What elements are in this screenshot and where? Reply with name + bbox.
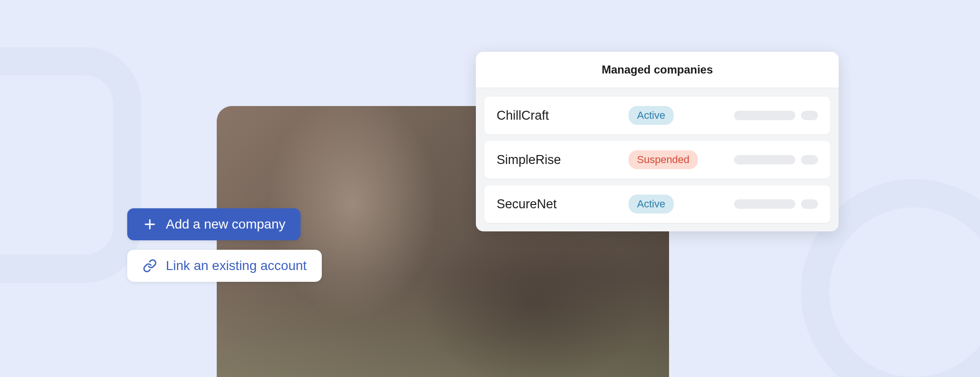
add-company-label: Add a new company (166, 217, 286, 232)
background-decoration-left (0, 47, 141, 283)
companies-list: ChillCraft Active SimpleRise Suspended S… (476, 88, 839, 231)
managed-companies-panel: Managed companies ChillCraft Active Simp… (476, 52, 839, 231)
plus-icon (142, 217, 157, 232)
add-company-button[interactable]: Add a new company (127, 208, 301, 240)
company-row[interactable]: SecureNet Active (484, 185, 830, 223)
link-account-button[interactable]: Link an existing account (127, 250, 322, 282)
row-actions-placeholder (734, 199, 818, 209)
link-icon (142, 258, 157, 273)
placeholder-dot (801, 155, 818, 164)
link-account-label: Link an existing account (166, 258, 307, 273)
status-badge: Active (629, 106, 674, 125)
placeholder-dot (801, 199, 818, 209)
row-actions-placeholder (734, 155, 818, 164)
panel-title: Managed companies (476, 52, 839, 88)
company-row[interactable]: SimpleRise Suspended (484, 141, 830, 179)
placeholder-dot (801, 111, 818, 120)
placeholder-bar (734, 199, 795, 209)
status-badge: Active (629, 195, 674, 213)
company-name: ChillCraft (497, 108, 619, 123)
placeholder-bar (734, 155, 795, 164)
company-name: SecureNet (497, 197, 619, 212)
status-badge: Suspended (629, 150, 698, 169)
placeholder-bar (734, 111, 795, 120)
action-button-group: Add a new company Link an existing accou… (127, 208, 322, 282)
row-actions-placeholder (734, 111, 818, 120)
company-row[interactable]: ChillCraft Active (484, 97, 830, 134)
company-name: SimpleRise (497, 153, 619, 167)
